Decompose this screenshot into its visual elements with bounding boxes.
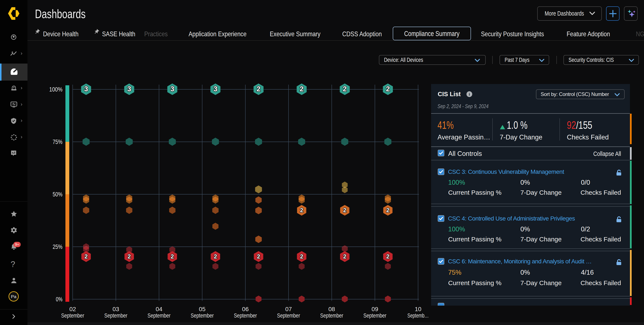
svg-text:3: 3 bbox=[214, 85, 217, 93]
svg-text:2: 2 bbox=[300, 207, 303, 213]
svg-text:09: 09 bbox=[372, 306, 378, 312]
svg-text:02: 02 bbox=[69, 306, 76, 312]
svg-text:04: 04 bbox=[156, 306, 162, 312]
svg-text:September: September bbox=[148, 312, 170, 319]
svg-text:2: 2 bbox=[84, 253, 88, 260]
svg-text:25%: 25% bbox=[53, 243, 62, 250]
svg-text:September: September bbox=[234, 312, 257, 319]
svg-text:2: 2 bbox=[300, 253, 303, 260]
svg-text:2: 2 bbox=[343, 207, 346, 213]
svg-text:50%: 50% bbox=[53, 191, 62, 198]
svg-text:07: 07 bbox=[285, 306, 292, 312]
svg-text:2: 2 bbox=[386, 207, 390, 213]
svg-text:September: September bbox=[61, 312, 84, 319]
svg-text:2: 2 bbox=[343, 253, 346, 260]
svg-text:3: 3 bbox=[84, 85, 88, 93]
svg-text:100%: 100% bbox=[49, 86, 62, 93]
svg-text:2: 2 bbox=[300, 85, 304, 93]
svg-text:2: 2 bbox=[171, 253, 174, 260]
svg-text:2: 2 bbox=[257, 253, 260, 260]
svg-text:06: 06 bbox=[242, 306, 249, 312]
svg-text:2: 2 bbox=[256, 85, 260, 93]
svg-text:10: 10 bbox=[415, 306, 421, 312]
svg-text:2: 2 bbox=[386, 253, 390, 260]
svg-text:2: 2 bbox=[214, 253, 217, 260]
svg-text:3: 3 bbox=[170, 85, 174, 93]
svg-text:3: 3 bbox=[127, 85, 131, 93]
svg-text:Septemb…: Septemb… bbox=[408, 312, 429, 319]
svg-text:08: 08 bbox=[328, 306, 335, 312]
svg-text:2: 2 bbox=[343, 85, 347, 93]
svg-text:2: 2 bbox=[128, 253, 131, 260]
svg-text:September: September bbox=[191, 312, 214, 319]
svg-text:0%: 0% bbox=[56, 296, 62, 303]
svg-text:75%: 75% bbox=[53, 138, 62, 145]
svg-text:05: 05 bbox=[199, 306, 206, 312]
svg-text:03: 03 bbox=[112, 306, 119, 312]
svg-text:2: 2 bbox=[386, 85, 390, 93]
svg-text:September: September bbox=[104, 312, 128, 319]
svg-text:September: September bbox=[320, 312, 343, 319]
svg-text:September: September bbox=[363, 312, 386, 319]
svg-text:September: September bbox=[277, 312, 300, 319]
